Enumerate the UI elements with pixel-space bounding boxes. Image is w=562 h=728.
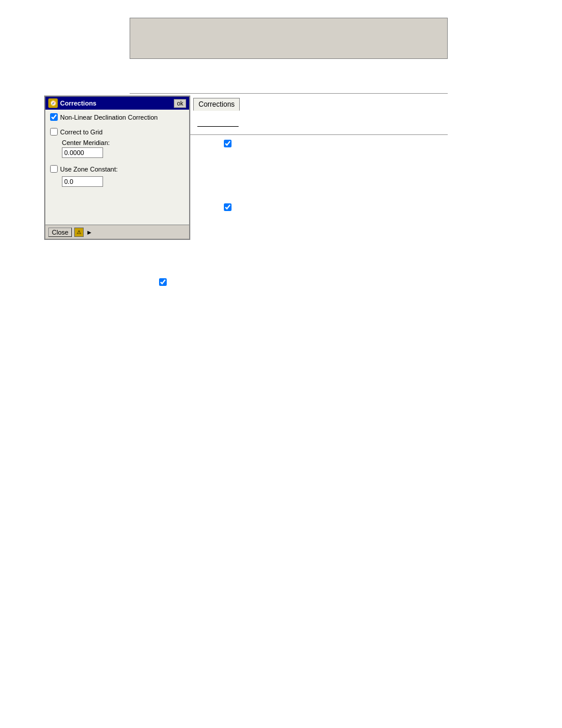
- correct-to-grid-row: Correct to Grid: [50, 128, 184, 136]
- dialog-footer: Close ⚠ ►: [45, 225, 189, 239]
- center-meridian-group: Center Meridian:: [52, 139, 184, 158]
- close-button[interactable]: Close: [48, 228, 72, 237]
- use-zone-constant-checkbox[interactable]: [50, 165, 58, 173]
- floating-checkbox-3[interactable]: [159, 278, 167, 286]
- correct-to-grid-checkbox[interactable]: [50, 128, 58, 136]
- nonlinear-checkbox[interactable]: [50, 113, 58, 121]
- correct-to-grid-label: Correct to Grid: [60, 129, 103, 136]
- nonlinear-row: Non-Linear Declination Correction: [50, 113, 184, 121]
- use-zone-constant-row: Use Zone Constant:: [50, 165, 184, 173]
- dialog-title: Corrections: [60, 100, 97, 107]
- dialog-body: Non-Linear Declination Correction Correc…: [45, 110, 189, 225]
- zone-constant-group: [52, 176, 184, 187]
- underline-decoration: [197, 126, 239, 127]
- floating-checkbox-1[interactable]: [224, 140, 232, 147]
- zone-constant-input[interactable]: [62, 176, 103, 187]
- dialog-titlebar: 🧭 Corrections ok: [45, 97, 189, 110]
- use-zone-constant-label: Use Zone Constant:: [60, 166, 118, 173]
- dialog-app-icon: 🧭: [48, 98, 58, 108]
- ok-button[interactable]: ok: [174, 99, 186, 108]
- nonlinear-label: Non-Linear Declination Correction: [60, 114, 158, 121]
- top-bar: [130, 18, 448, 59]
- corrections-dialog: 🧭 Corrections ok Non-Linear Declination …: [44, 95, 190, 240]
- center-meridian-label: Center Meridian:: [62, 139, 184, 146]
- separator-top: [130, 93, 448, 94]
- footer-warning-icon: ⚠: [74, 228, 84, 237]
- footer-arrow: ►: [86, 229, 92, 236]
- titlebar-left: 🧭 Corrections: [48, 98, 97, 108]
- floating-checkbox-2[interactable]: [224, 203, 232, 211]
- corrections-tab[interactable]: Corrections: [193, 98, 240, 111]
- center-meridian-input[interactable]: [62, 147, 103, 158]
